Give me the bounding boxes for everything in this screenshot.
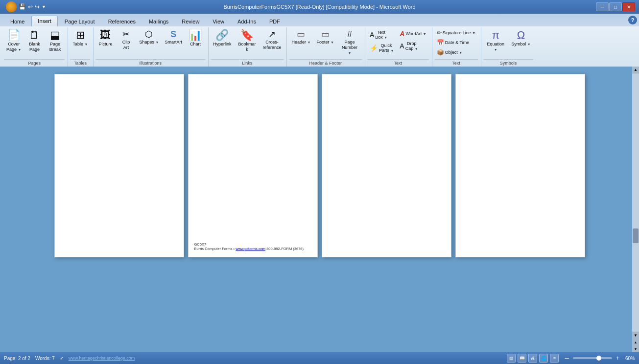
header-button[interactable]: ▭ Header ▼ — [289, 28, 313, 46]
signature-group-label: Text — [434, 59, 478, 67]
shapes-button[interactable]: ⬡ Shapes ▼ — [137, 28, 161, 46]
cover-page-button[interactable]: 📄 CoverPage ▼ — [4, 28, 24, 54]
textbox-icon: A — [370, 31, 374, 39]
bookmark-button[interactable]: 🔖 Bookmark — [235, 28, 259, 54]
tab-mailings[interactable]: Mailings — [142, 16, 175, 26]
pages-container: GC5X7 Burris Computer Forms • www.pcform… — [54, 74, 585, 345]
title-bar: 💾 ↩ ↪ ▼ BurrisComputerFormsGC5X7 [Read-O… — [0, 0, 639, 14]
tab-home[interactable]: Home — [4, 16, 31, 26]
minimize-button[interactable]: ─ — [596, 2, 609, 11]
smartart-button[interactable]: S SmartArt — [162, 28, 185, 46]
header-icon: ▭ — [297, 30, 305, 39]
links-group-label: Links — [211, 59, 284, 67]
vertical-scrollbar[interactable]: ▲ ▼ ▲ ▼ — [632, 67, 639, 352]
spell-check-icon[interactable]: ✓ — [60, 356, 64, 361]
tab-view[interactable]: View — [206, 16, 231, 26]
zoom-slider[interactable] — [573, 357, 612, 359]
illustrations-group-label: Illustrations — [95, 59, 205, 67]
scroll-page-down[interactable]: ▼ — [632, 345, 639, 352]
page-number-button[interactable]: # PageNumber ▼ — [337, 28, 362, 57]
textbox-button[interactable]: A TextBox ▼ — [367, 28, 396, 41]
dropcap-icon: A — [400, 42, 404, 50]
ribbon-group-tables: ⊞ Table ▼ Tables — [68, 27, 94, 67]
page-1-content — [55, 74, 184, 257]
document-page-4 — [455, 74, 585, 257]
status-bar: Page: 2 of 2 Words: 7 ✓ www.heritagechri… — [0, 352, 639, 364]
wordart-button[interactable]: A WordArt ▼ — [397, 28, 428, 39]
view-web[interactable]: 🌐 — [539, 354, 548, 363]
footer-button[interactable]: ▭ Footer ▼ — [314, 28, 336, 46]
scroll-track — [632, 73, 639, 332]
symbol-icon: Ω — [517, 30, 525, 41]
date-time-icon: 📅 — [437, 39, 444, 46]
ribbon-tabs: Home Insert Page Layout References Maili… — [0, 14, 639, 26]
help-button[interactable]: ? — [628, 16, 637, 24]
word-count: Words: 7 — [35, 356, 55, 361]
wordart-icon: A — [400, 30, 404, 38]
equation-icon: π — [492, 30, 499, 41]
quickparts-button[interactable]: ⚡ QuickParts ▼ — [367, 42, 396, 54]
scroll-up-arrow[interactable]: ▲ — [632, 67, 639, 73]
picture-icon: 🖼 — [100, 30, 111, 41]
view-print[interactable]: 🖨 — [528, 354, 537, 363]
chart-icon: 📊 — [189, 30, 202, 41]
tab-page-layout[interactable]: Page Layout — [58, 16, 101, 26]
close-button[interactable]: ✕ — [622, 2, 635, 11]
clip-art-button[interactable]: ✂ ClipArt — [116, 28, 136, 52]
dropcap-button[interactable]: A DropCap ▼ — [397, 40, 428, 52]
tab-addins[interactable]: Add-Ins — [231, 16, 262, 26]
zoom-out[interactable]: ─ — [565, 355, 569, 362]
object-button[interactable]: 📦 Object ▼ — [434, 48, 465, 57]
blank-page-button[interactable]: 🗒 BlankPage — [24, 28, 44, 54]
ribbon-group-symbols: π Equation ▼ Ω Symbol ▼ Symbols — [481, 27, 536, 67]
table-icon: ⊞ — [76, 30, 85, 41]
symbols-group-label: Symbols — [483, 59, 533, 67]
zoom-slider-thumb[interactable] — [596, 356, 601, 361]
text-group-label: Text — [367, 59, 429, 67]
ribbon-group-headerfooter: ▭ Header ▼ ▭ Footer ▼ # PageNumber ▼ Hea… — [287, 27, 365, 67]
footer-link[interactable]: www.pcforms.com — [236, 247, 265, 251]
quick-dropdown[interactable]: ▼ — [42, 4, 46, 9]
hyperlink-button[interactable]: 🔗 Hyperlink — [211, 28, 234, 48]
tab-pdf[interactable]: PDF — [263, 16, 286, 26]
zoom-in[interactable]: + — [616, 355, 619, 362]
page-break-button[interactable]: ⬓ PageBreak — [45, 28, 65, 54]
tab-review[interactable]: Review — [175, 16, 206, 26]
equation-button[interactable]: π Equation ▼ — [483, 28, 508, 54]
tab-insert[interactable]: Insert — [31, 16, 58, 26]
signature-line-button[interactable]: ✏ Signature Line ▼ — [434, 28, 478, 37]
maximize-button[interactable]: □ — [609, 2, 622, 11]
view-outline[interactable]: ≡ — [550, 354, 559, 363]
tab-references[interactable]: References — [102, 16, 142, 26]
tables-group-label: Tables — [70, 59, 90, 67]
quick-save[interactable]: 💾 — [19, 3, 26, 10]
date-time-button[interactable]: 📅 Date & Time — [434, 38, 472, 47]
table-button[interactable]: ⊞ Table ▼ — [70, 28, 90, 48]
quick-undo[interactable]: ↩ — [28, 3, 33, 10]
signature-line-icon: ✏ — [437, 29, 442, 36]
chart-button[interactable]: 📊 Chart — [186, 28, 205, 48]
status-right: ▤ 📖 🖨 🌐 ≡ ─ + 60% — [507, 354, 635, 363]
quick-redo[interactable]: ↪ — [35, 3, 40, 10]
scroll-thumb[interactable] — [633, 228, 639, 243]
status-left: Page: 2 of 2 Words: 7 ✓ www.heritagechri… — [4, 356, 135, 361]
picture-button[interactable]: 🖼 Picture — [95, 28, 115, 48]
ribbon-content: 📄 CoverPage ▼ 🗒 BlankPage ⬓ PageBreak Pa… — [0, 26, 639, 67]
document-page-1 — [54, 74, 184, 257]
zoom-level[interactable]: 60% — [621, 356, 635, 361]
ribbon-group-pages: 📄 CoverPage ▼ 🗒 BlankPage ⬓ PageBreak Pa… — [2, 27, 68, 67]
scroll-down-arrow[interactable]: ▼ — [632, 332, 639, 339]
page-break-icon: ⬓ — [50, 30, 60, 41]
cover-page-icon: 📄 — [7, 30, 21, 41]
quickparts-icon: ⚡ — [370, 44, 378, 52]
shapes-icon: ⬡ — [145, 30, 153, 39]
document-page-3 — [322, 74, 451, 257]
object-icon: 📦 — [437, 49, 444, 56]
view-reading[interactable]: 📖 — [518, 354, 526, 363]
symbol-button[interactable]: Ω Symbol ▼ — [509, 28, 533, 48]
office-button[interactable] — [6, 1, 17, 12]
cross-reference-button[interactable]: ↗ Cross-reference — [260, 28, 284, 52]
ribbon-group-signature: ✏ Signature Line ▼ 📅 Date & Time 📦 Objec… — [432, 27, 481, 67]
view-normal[interactable]: ▤ — [507, 354, 516, 363]
scroll-page-up[interactable]: ▲ — [632, 339, 639, 345]
